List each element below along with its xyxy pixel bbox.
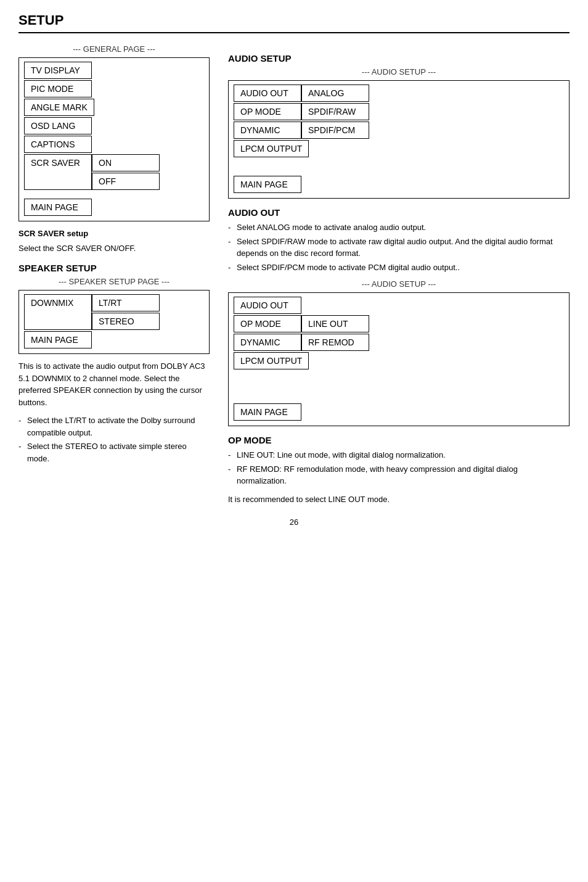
table-row: TV DISPLAY (24, 62, 204, 79)
page-title: SETUP (18, 12, 570, 33)
table-row: LPCM OUTPUT (234, 140, 564, 157)
list-item: Selet ANALOG mode to activate analog aud… (228, 221, 570, 234)
audio-setup-main-page-1[interactable]: MAIN PAGE (234, 176, 301, 193)
speaker-bullets: Select the LT/RT to activate the Dolby s… (18, 414, 210, 464)
table-row: OP MODE LINE OUT (234, 315, 564, 332)
table-row: SCR SAVER ON OFF (24, 154, 204, 190)
list-item: Select SPDIF/PCM mode to activate PCM di… (228, 262, 570, 274)
downmix-item[interactable]: DOWNMIX (24, 294, 92, 330)
table-row: MAIN PAGE (234, 403, 564, 421)
osd-lang-item[interactable]: OSD LANG (24, 117, 92, 134)
table-row: DYNAMIC SPDIF/PCM (234, 122, 564, 139)
table-row: ANGLE MARK (24, 99, 204, 116)
table-row: OSD LANG (24, 117, 204, 134)
audio-setup-first-box: AUDIO OUT ANALOG OP MODE SPDIF/RAW DYNAM… (228, 80, 570, 199)
audio-setup-title: AUDIO SETUP (228, 53, 570, 64)
table-row: MAIN PAGE (24, 331, 204, 348)
scr-saver-options: ON OFF (92, 154, 160, 190)
right-column: AUDIO SETUP --- AUDIO SETUP --- AUDIO OU… (228, 44, 570, 511)
rf-remod-option[interactable]: RF REMOD (301, 334, 369, 351)
table-row: DYNAMIC RF REMOD (234, 334, 564, 351)
audio-out-1[interactable]: AUDIO OUT (234, 84, 301, 102)
lpcm-output-1[interactable]: LPCM OUTPUT (234, 140, 309, 157)
list-item: Select SPDIF/RAW mode to activate raw di… (228, 236, 570, 260)
scr-saver-off[interactable]: OFF (92, 173, 160, 190)
audio-out-2[interactable]: AUDIO OUT (234, 297, 301, 314)
dynamic-2[interactable]: DYNAMIC (234, 334, 301, 351)
table-row: PIC MODE (24, 80, 204, 97)
angle-mark-item[interactable]: ANGLE MARK (24, 99, 94, 116)
audio-setup-main-page-2[interactable]: MAIN PAGE (234, 403, 301, 421)
list-item: LINE OUT: Line out mode, with digital di… (228, 449, 570, 461)
spdif-pcm-option[interactable]: SPDIF/PCM (301, 122, 369, 139)
speaker-menu-box: DOWNMIX LT/RT STEREO MAIN PAGE (18, 290, 210, 354)
op-mode-2[interactable]: OP MODE (234, 315, 301, 332)
scr-saver-description: SCR SAVER setup Select the SCR SAVER ON/… (18, 228, 210, 254)
list-item: RF REMOD: RF remodulation mode, with hea… (228, 463, 570, 487)
table-row: MAIN PAGE (24, 199, 204, 216)
scr-saver-body: Select the SCR SAVER ON/OFF. (18, 242, 210, 255)
captions-item[interactable]: CAPTIONS (24, 136, 92, 153)
scr-saver-title: SCR SAVER setup (18, 229, 88, 238)
audio-setup-first-label: --- AUDIO SETUP --- (228, 67, 570, 76)
speaker-main-page[interactable]: MAIN PAGE (24, 331, 92, 348)
op-mode-note: It is recommended to select LINE OUT mod… (228, 493, 570, 506)
list-item: Select the LT/RT to activate the Dolby s… (18, 414, 210, 439)
downmix-options: LT/RT STEREO (92, 294, 160, 330)
op-mode-title: OP MODE (228, 435, 570, 445)
dynamic-1[interactable]: DYNAMIC (234, 122, 301, 139)
stereo-option[interactable]: STEREO (92, 313, 160, 330)
speaker-description: This is to activate the audio output fro… (18, 360, 210, 408)
speaker-page-label: --- SPEAKER SETUP PAGE --- (18, 277, 210, 286)
audio-out-bullets: Selet ANALOG mode to activate analog aud… (228, 221, 570, 273)
table-row: DOWNMIX LT/RT STEREO (24, 294, 204, 330)
audio-out-title: AUDIO OUT (228, 207, 570, 218)
scr-saver-item[interactable]: SCR SAVER (24, 154, 92, 190)
table-row: AUDIO OUT ANALOG (234, 84, 564, 102)
audio-setup-second-label: --- AUDIO SETUP --- (228, 279, 570, 289)
table-row: CAPTIONS (24, 136, 204, 153)
list-item: Select the STEREO to activate simple ste… (18, 440, 210, 464)
page-number: 26 (18, 517, 570, 527)
analog-option[interactable]: ANALOG (301, 84, 369, 102)
speaker-desc-body: This is to activate the audio output fro… (18, 360, 210, 408)
general-main-page[interactable]: MAIN PAGE (24, 199, 92, 216)
scr-saver-on[interactable]: ON (92, 154, 160, 171)
tv-display-item[interactable]: TV DISPLAY (24, 62, 92, 79)
op-mode-bullets: LINE OUT: Line out mode, with digital di… (228, 449, 570, 487)
left-column: --- GENERAL PAGE --- TV DISPLAY PIC MODE… (18, 44, 210, 511)
table-row: OP MODE SPDIF/RAW (234, 103, 564, 120)
speaker-setup-title: SPEAKER SETUP (18, 263, 210, 273)
op-mode-1[interactable]: OP MODE (234, 103, 301, 120)
general-menu-box: TV DISPLAY PIC MODE ANGLE MARK OSD LANG … (18, 57, 210, 221)
pic-mode-item[interactable]: PIC MODE (24, 80, 92, 97)
table-row: LPCM OUTPUT (234, 352, 564, 369)
spdif-raw-option[interactable]: SPDIF/RAW (301, 103, 369, 120)
audio-setup-second-box: AUDIO OUT OP MODE LINE OUT DYNAMIC RF RE… (228, 292, 570, 426)
lpcm-output-2[interactable]: LPCM OUTPUT (234, 352, 309, 369)
line-out-option[interactable]: LINE OUT (301, 315, 369, 332)
lt-rt-option[interactable]: LT/RT (92, 294, 160, 311)
table-row: MAIN PAGE (234, 176, 564, 193)
general-page-label: --- GENERAL PAGE --- (18, 44, 210, 54)
table-row: AUDIO OUT (234, 297, 564, 314)
